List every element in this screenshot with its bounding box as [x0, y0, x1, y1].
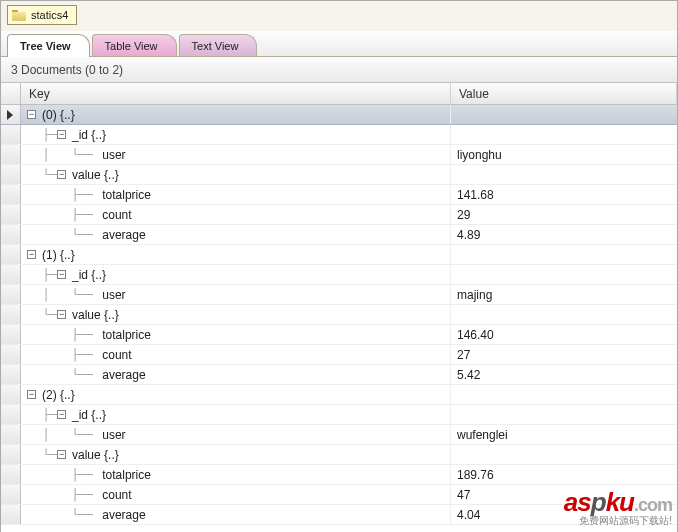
value-label: value {..}: [70, 445, 119, 465]
expand-toggle-icon[interactable]: [57, 410, 66, 419]
totalprice-key: totalprice: [100, 325, 151, 345]
expand-toggle-icon[interactable]: [27, 250, 36, 259]
totalprice-key: totalprice: [100, 185, 151, 205]
row-gutter: [1, 505, 21, 524]
tree-node-value[interactable]: └─value {..}: [1, 165, 677, 185]
expand-toggle-icon[interactable]: [57, 450, 66, 459]
tree-leaf-average[interactable]: └── average 4.89: [1, 225, 677, 245]
value-label: value {..}: [70, 305, 119, 325]
folder-icon: [12, 10, 26, 21]
user-key: user: [100, 285, 125, 305]
row-gutter: [1, 205, 21, 224]
id-label: _id {..}: [70, 405, 106, 425]
row-gutter: [1, 125, 21, 144]
row-gutter: [1, 485, 21, 504]
doc-value: [451, 105, 677, 124]
totalprice-value: 146.40: [451, 325, 677, 344]
row-gutter: [1, 385, 21, 404]
row-gutter: [1, 185, 21, 204]
doc-label: (1) {..}: [40, 245, 75, 265]
average-key: average: [100, 225, 145, 245]
tree-leaf-totalprice[interactable]: ├── totalprice 189.76: [1, 465, 677, 485]
tree-leaf-totalprice[interactable]: ├── totalprice 146.40: [1, 325, 677, 345]
average-key: average: [100, 505, 145, 525]
count-key: count: [100, 205, 131, 225]
count-key: count: [100, 345, 131, 365]
value-column-header[interactable]: Value: [451, 83, 677, 104]
value-label: value {..}: [70, 165, 119, 185]
expand-toggle-icon[interactable]: [57, 130, 66, 139]
expand-toggle-icon[interactable]: [57, 270, 66, 279]
average-value: 5.42: [451, 365, 677, 384]
document-count: 3 Documents (0 to 2): [1, 57, 677, 83]
expand-toggle-icon[interactable]: [27, 110, 36, 119]
row-gutter: [1, 345, 21, 364]
row-gutter: [1, 245, 21, 264]
count-value: 29: [451, 205, 677, 224]
tree-leaf-totalprice[interactable]: ├── totalprice 141.68: [1, 185, 677, 205]
expand-toggle-icon[interactable]: [27, 390, 36, 399]
id-label: _id {..}: [70, 265, 106, 285]
count-key: count: [100, 485, 131, 505]
id-label: _id {..}: [70, 125, 106, 145]
user-key: user: [100, 425, 125, 445]
tree-leaf-average[interactable]: └── average 4.04: [1, 505, 677, 525]
tree-node-id[interactable]: ├─_id {..}: [1, 265, 677, 285]
row-gutter: [1, 225, 21, 244]
average-value: 4.04: [451, 505, 677, 524]
row-gutter: [1, 325, 21, 344]
row-gutter: [1, 465, 21, 484]
tree-leaf-average[interactable]: └── average 5.42: [1, 365, 677, 385]
key-column-header[interactable]: Key: [21, 83, 451, 104]
tab-tree-view[interactable]: Tree View: [7, 34, 90, 57]
tree-leaf-user[interactable]: │ └── user wufenglei: [1, 425, 677, 445]
expand-toggle-icon[interactable]: [57, 310, 66, 319]
user-value: majing: [451, 285, 677, 304]
tree-leaf-user[interactable]: │ └── user liyonghu: [1, 145, 677, 165]
tree-node-value[interactable]: └─value {..}: [1, 305, 677, 325]
expand-toggle-icon[interactable]: [57, 170, 66, 179]
doc-row[interactable]: (0) {..}: [1, 105, 677, 125]
doc-label: (0) {..}: [40, 105, 75, 125]
count-value: 27: [451, 345, 677, 364]
doc-label: (2) {..}: [40, 385, 75, 405]
tree-leaf-count[interactable]: ├── count 47: [1, 485, 677, 505]
tree-leaf-count[interactable]: ├── count 27: [1, 345, 677, 365]
tree-leaf-count[interactable]: ├── count 29: [1, 205, 677, 225]
totalprice-value: 141.68: [451, 185, 677, 204]
tree-node-value[interactable]: └─value {..}: [1, 445, 677, 465]
tree-node-id[interactable]: ├─_id {..}: [1, 405, 677, 425]
totalprice-key: totalprice: [100, 465, 151, 485]
average-value: 4.89: [451, 225, 677, 244]
tree-node-id[interactable]: ├─_id {..}: [1, 125, 677, 145]
collection-tab[interactable]: statics4: [7, 5, 77, 25]
row-marker-current: [1, 105, 21, 124]
row-gutter: [1, 445, 21, 464]
user-key: user: [100, 145, 125, 165]
row-gutter: [1, 425, 21, 444]
average-key: average: [100, 365, 145, 385]
row-gutter: [1, 145, 21, 164]
view-tabs: Tree View Table View Text View: [1, 31, 677, 57]
user-value: liyonghu: [451, 145, 677, 164]
current-row-icon: [7, 110, 13, 120]
collection-name: statics4: [31, 9, 68, 21]
collection-title-bar: statics4: [1, 1, 677, 31]
row-gutter: [1, 365, 21, 384]
tab-text-view[interactable]: Text View: [179, 34, 258, 56]
row-gutter: [1, 285, 21, 304]
row-gutter: [1, 165, 21, 184]
count-value: 47: [451, 485, 677, 504]
row-gutter: [1, 265, 21, 284]
user-value: wufenglei: [451, 425, 677, 444]
row-gutter: [1, 305, 21, 324]
tree-leaf-user[interactable]: │ └── user majing: [1, 285, 677, 305]
gutter-header: [1, 83, 21, 104]
tree-grid: (0) {..} ├─_id {..} │ └── user liyonghu …: [1, 105, 677, 525]
column-headers: Key Value: [1, 83, 677, 105]
row-gutter: [1, 405, 21, 424]
tab-table-view[interactable]: Table View: [92, 34, 177, 56]
doc-row[interactable]: (2) {..}: [1, 385, 677, 405]
doc-row[interactable]: (1) {..}: [1, 245, 677, 265]
totalprice-value: 189.76: [451, 465, 677, 484]
